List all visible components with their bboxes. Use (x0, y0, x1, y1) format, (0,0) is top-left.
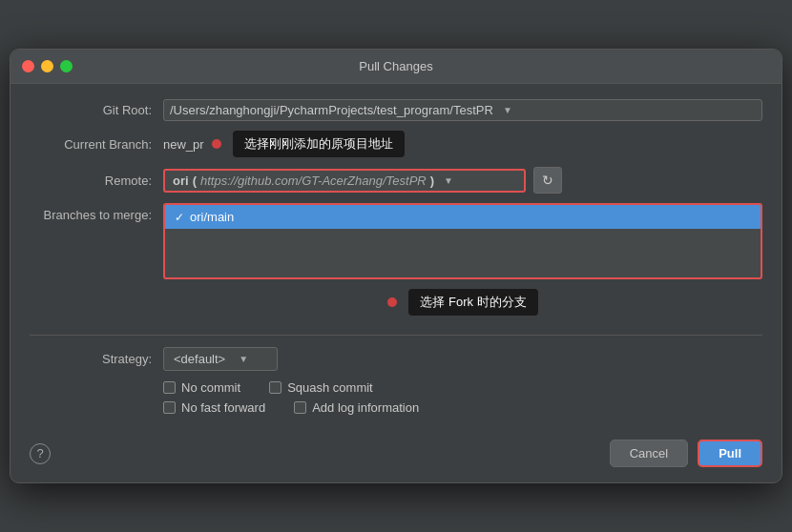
remote-row-inner: ori ( https://github.com/GT-AcerZhang/Te… (163, 167, 562, 194)
tooltip-dot-1 (212, 139, 221, 149)
remote-select[interactable]: ori ( https://github.com/GT-AcerZhang/Te… (163, 169, 526, 193)
remote-chevron-icon: ▼ (444, 175, 453, 186)
tooltip-1: 选择刚刚添加的原项目地址 (233, 131, 405, 157)
remote-paren-open: ( (193, 174, 197, 188)
branches-list[interactable]: ✓ ori/main (163, 203, 762, 279)
no-fast-forward-checkbox[interactable]: No fast forward (163, 400, 265, 415)
close-button[interactable] (22, 60, 34, 72)
check-icon: ✓ (175, 211, 184, 224)
remote-url: https://github.com/GT-AcerZhang/TestPR (200, 174, 427, 188)
no-commit-label: No commit (181, 380, 240, 395)
squash-commit-checkbox-box[interactable] (269, 381, 281, 394)
no-commit-checkbox-box[interactable] (163, 381, 176, 394)
tooltip-2-row: 选择 Fork 时的分支 (163, 279, 762, 323)
add-log-label: Add log information (312, 400, 419, 415)
window-title: Pull Changes (359, 59, 432, 73)
remote-label: Remote: (30, 174, 163, 188)
refresh-icon: ↻ (542, 173, 553, 188)
git-root-row: Git Root: /Users/zhanghongji/PycharmProj… (30, 99, 762, 121)
no-commit-checkbox[interactable]: No commit (163, 380, 240, 395)
no-fast-forward-label: No fast forward (181, 400, 265, 415)
checkboxes-area: No commit Squash commit No fast forward … (163, 380, 762, 415)
strategy-label: Strategy: (30, 352, 163, 366)
help-icon: ? (36, 446, 43, 460)
squash-commit-label: Squash commit (287, 380, 373, 395)
git-root-select[interactable]: /Users/zhanghongji/PycharmProjects/test_… (163, 99, 762, 121)
remote-row: Remote: ori ( https://github.com/GT-Acer… (30, 167, 762, 194)
traffic-lights (22, 60, 73, 72)
no-fast-forward-checkbox-box[interactable] (163, 401, 176, 414)
separator (30, 335, 762, 336)
titlebar: Pull Changes (10, 50, 782, 84)
branch-row: new_pr 选择刚刚添加的原项目地址 (163, 131, 405, 157)
squash-commit-checkbox[interactable]: Squash commit (269, 380, 373, 395)
strategy-value: <default> (174, 352, 225, 366)
current-branch-row: Current Branch: new_pr 选择刚刚添加的原项目地址 (30, 131, 762, 157)
remote-name: ori (173, 174, 189, 188)
minimize-button[interactable] (41, 60, 53, 72)
branch-item-ori-main[interactable]: ✓ ori/main (165, 205, 761, 229)
branch-item-label: ori/main (190, 210, 234, 224)
refresh-button[interactable]: ↻ (533, 167, 562, 194)
cancel-button[interactable]: Cancel (610, 440, 688, 467)
checkbox-row-1: No commit Squash commit (163, 380, 762, 395)
branches-label: Branches to merge: (30, 208, 163, 222)
maximize-button[interactable] (60, 60, 73, 72)
strategy-select[interactable]: <default> ▼ (163, 347, 278, 371)
strategy-row: Strategy: <default> ▼ (30, 347, 762, 371)
strategy-chevron-icon: ▼ (239, 354, 248, 364)
pull-button[interactable]: Pull (698, 440, 762, 467)
git-root-label: Git Root: (30, 103, 163, 117)
current-branch-value: new_pr (163, 137, 204, 152)
help-button[interactable]: ? (30, 443, 51, 464)
add-log-checkbox-box[interactable] (294, 401, 306, 414)
checkbox-row-2: No fast forward Add log information (163, 400, 762, 415)
current-branch-label: Current Branch: (30, 137, 163, 152)
footer-buttons: Cancel Pull (610, 440, 762, 467)
tooltip-2: 选择 Fork 时的分支 (408, 289, 537, 316)
remote-paren-close: ) (430, 174, 434, 188)
branches-merge-row: Branches to merge: ✓ ori/main 选择 Fork 时的… (30, 203, 762, 323)
add-log-checkbox[interactable]: Add log information (294, 400, 419, 415)
dialog-footer: ? Cancel Pull (10, 430, 782, 482)
dialog-content: Git Root: /Users/zhanghongji/PycharmProj… (10, 84, 782, 430)
tooltip-dot-2 (387, 297, 397, 307)
git-root-chevron-icon: ▼ (503, 105, 512, 115)
git-root-value: /Users/zhanghongji/PycharmProjects/test_… (170, 103, 493, 117)
pull-changes-dialog: Pull Changes Git Root: /Users/zhanghongj… (10, 49, 782, 483)
branches-area: ✓ ori/main 选择 Fork 时的分支 (163, 203, 762, 323)
